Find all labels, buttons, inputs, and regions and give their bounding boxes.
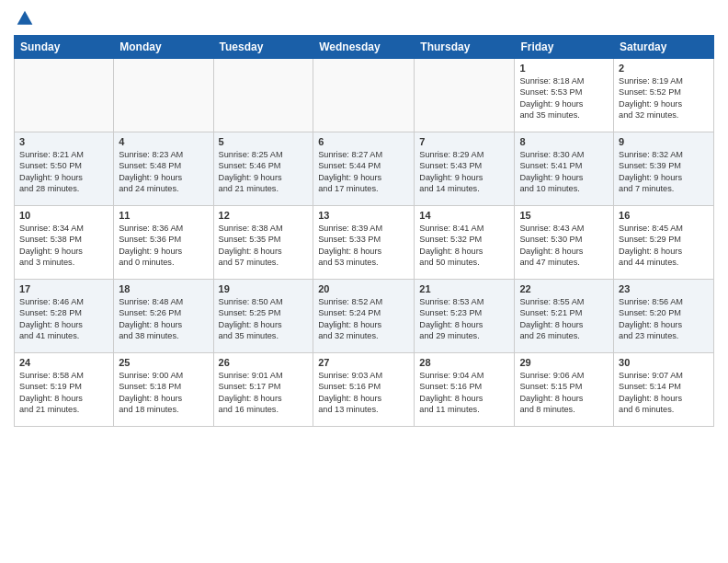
page-header bbox=[14, 9, 714, 28]
calendar-cell: 10Sunrise: 8:34 AM Sunset: 5:38 PM Dayli… bbox=[15, 206, 114, 280]
day-number: 12 bbox=[219, 210, 309, 221]
calendar-cell: 23Sunrise: 8:56 AM Sunset: 5:20 PM Dayli… bbox=[614, 280, 714, 353]
day-info: Sunrise: 8:19 AM Sunset: 5:52 PM Dayligh… bbox=[619, 75, 709, 121]
calendar-cell: 25Sunrise: 9:00 AM Sunset: 5:18 PM Dayli… bbox=[114, 353, 213, 427]
day-info: Sunrise: 8:56 AM Sunset: 5:20 PM Dayligh… bbox=[619, 296, 709, 342]
day-info: Sunrise: 8:23 AM Sunset: 5:48 PM Dayligh… bbox=[119, 149, 208, 195]
calendar-cell: 9Sunrise: 8:32 AM Sunset: 5:39 PM Daylig… bbox=[614, 132, 714, 206]
day-number: 19 bbox=[219, 283, 309, 294]
day-header-thursday: Thursday bbox=[415, 36, 515, 59]
day-info: Sunrise: 9:01 AM Sunset: 5:17 PM Dayligh… bbox=[219, 370, 309, 416]
calendar-cell: 4Sunrise: 8:23 AM Sunset: 5:48 PM Daylig… bbox=[114, 132, 213, 206]
day-number: 22 bbox=[519, 283, 609, 294]
calendar-week-2: 3Sunrise: 8:21 AM Sunset: 5:50 PM Daylig… bbox=[15, 132, 714, 206]
day-number: 14 bbox=[419, 210, 509, 221]
calendar-week-5: 24Sunrise: 8:58 AM Sunset: 5:19 PM Dayli… bbox=[15, 353, 714, 427]
day-number: 16 bbox=[619, 210, 709, 221]
day-info: Sunrise: 8:53 AM Sunset: 5:23 PM Dayligh… bbox=[419, 296, 509, 342]
calendar-cell bbox=[15, 59, 114, 132]
day-number: 8 bbox=[519, 136, 609, 147]
day-header-friday: Friday bbox=[515, 36, 614, 59]
calendar-cell: 22Sunrise: 8:55 AM Sunset: 5:21 PM Dayli… bbox=[515, 280, 614, 353]
calendar-cell: 5Sunrise: 8:25 AM Sunset: 5:46 PM Daylig… bbox=[213, 132, 313, 206]
day-number: 13 bbox=[318, 210, 409, 221]
day-info: Sunrise: 8:36 AM Sunset: 5:36 PM Dayligh… bbox=[119, 223, 208, 269]
day-info: Sunrise: 9:04 AM Sunset: 5:16 PM Dayligh… bbox=[419, 370, 509, 416]
day-number: 30 bbox=[619, 357, 709, 368]
calendar-cell: 15Sunrise: 8:43 AM Sunset: 5:30 PM Dayli… bbox=[515, 206, 614, 280]
calendar-cell: 18Sunrise: 8:48 AM Sunset: 5:26 PM Dayli… bbox=[114, 280, 213, 353]
calendar-cell: 28Sunrise: 9:04 AM Sunset: 5:16 PM Dayli… bbox=[415, 353, 515, 427]
calendar-cell bbox=[313, 59, 415, 132]
day-info: Sunrise: 8:41 AM Sunset: 5:32 PM Dayligh… bbox=[419, 223, 509, 269]
day-number: 9 bbox=[619, 136, 709, 147]
day-number: 15 bbox=[519, 210, 609, 221]
day-info: Sunrise: 9:07 AM Sunset: 5:14 PM Dayligh… bbox=[619, 370, 709, 416]
calendar-cell: 20Sunrise: 8:52 AM Sunset: 5:24 PM Dayli… bbox=[313, 280, 415, 353]
calendar-cell: 11Sunrise: 8:36 AM Sunset: 5:36 PM Dayli… bbox=[114, 206, 213, 280]
calendar-cell: 17Sunrise: 8:46 AM Sunset: 5:28 PM Dayli… bbox=[15, 280, 114, 353]
calendar-cell: 16Sunrise: 8:45 AM Sunset: 5:29 PM Dayli… bbox=[614, 206, 714, 280]
day-info: Sunrise: 8:21 AM Sunset: 5:50 PM Dayligh… bbox=[19, 149, 108, 195]
day-info: Sunrise: 8:45 AM Sunset: 5:29 PM Dayligh… bbox=[619, 223, 709, 269]
day-info: Sunrise: 8:43 AM Sunset: 5:30 PM Dayligh… bbox=[519, 223, 609, 269]
calendar-cell: 14Sunrise: 8:41 AM Sunset: 5:32 PM Dayli… bbox=[415, 206, 515, 280]
svg-marker-0 bbox=[17, 11, 33, 25]
day-number: 5 bbox=[219, 136, 309, 147]
day-number: 20 bbox=[318, 283, 409, 294]
day-number: 24 bbox=[19, 357, 108, 368]
day-number: 11 bbox=[119, 210, 208, 221]
day-info: Sunrise: 8:34 AM Sunset: 5:38 PM Dayligh… bbox=[19, 223, 108, 269]
day-number: 17 bbox=[19, 283, 108, 294]
day-header-saturday: Saturday bbox=[614, 36, 714, 59]
day-number: 21 bbox=[419, 283, 509, 294]
calendar-cell bbox=[415, 59, 515, 132]
day-info: Sunrise: 8:38 AM Sunset: 5:35 PM Dayligh… bbox=[219, 223, 309, 269]
day-info: Sunrise: 8:27 AM Sunset: 5:44 PM Dayligh… bbox=[318, 149, 409, 195]
calendar-cell: 13Sunrise: 8:39 AM Sunset: 5:33 PM Dayli… bbox=[313, 206, 415, 280]
day-number: 10 bbox=[19, 210, 108, 221]
day-info: Sunrise: 8:46 AM Sunset: 5:28 PM Dayligh… bbox=[19, 296, 108, 342]
calendar-table: SundayMondayTuesdayWednesdayThursdayFrid… bbox=[14, 35, 714, 427]
day-header-wednesday: Wednesday bbox=[313, 36, 415, 59]
day-info: Sunrise: 9:06 AM Sunset: 5:15 PM Dayligh… bbox=[519, 370, 609, 416]
calendar-cell: 29Sunrise: 9:06 AM Sunset: 5:15 PM Dayli… bbox=[515, 353, 614, 427]
day-info: Sunrise: 8:39 AM Sunset: 5:33 PM Dayligh… bbox=[318, 223, 409, 269]
day-header-sunday: Sunday bbox=[15, 36, 114, 59]
calendar-header-row: SundayMondayTuesdayWednesdayThursdayFrid… bbox=[15, 36, 714, 59]
calendar-cell: 21Sunrise: 8:53 AM Sunset: 5:23 PM Dayli… bbox=[415, 280, 515, 353]
day-number: 25 bbox=[119, 357, 208, 368]
calendar-cell bbox=[213, 59, 313, 132]
calendar-cell: 7Sunrise: 8:29 AM Sunset: 5:43 PM Daylig… bbox=[415, 132, 515, 206]
day-info: Sunrise: 8:50 AM Sunset: 5:25 PM Dayligh… bbox=[219, 296, 309, 342]
calendar-cell bbox=[114, 59, 213, 132]
logo-icon bbox=[16, 9, 34, 28]
calendar-cell: 1Sunrise: 8:18 AM Sunset: 5:53 PM Daylig… bbox=[515, 59, 614, 132]
day-number: 4 bbox=[119, 136, 208, 147]
calendar-cell: 3Sunrise: 8:21 AM Sunset: 5:50 PM Daylig… bbox=[15, 132, 114, 206]
logo bbox=[14, 9, 34, 28]
day-info: Sunrise: 8:58 AM Sunset: 5:19 PM Dayligh… bbox=[19, 370, 108, 416]
day-number: 7 bbox=[419, 136, 509, 147]
calendar-cell: 8Sunrise: 8:30 AM Sunset: 5:41 PM Daylig… bbox=[515, 132, 614, 206]
day-number: 1 bbox=[519, 63, 609, 74]
calendar-cell: 2Sunrise: 8:19 AM Sunset: 5:52 PM Daylig… bbox=[614, 59, 714, 132]
day-info: Sunrise: 9:03 AM Sunset: 5:16 PM Dayligh… bbox=[318, 370, 409, 416]
day-info: Sunrise: 8:48 AM Sunset: 5:26 PM Dayligh… bbox=[119, 296, 208, 342]
calendar-week-1: 1Sunrise: 8:18 AM Sunset: 5:53 PM Daylig… bbox=[15, 59, 714, 132]
day-number: 28 bbox=[419, 357, 509, 368]
calendar-cell: 6Sunrise: 8:27 AM Sunset: 5:44 PM Daylig… bbox=[313, 132, 415, 206]
calendar-cell: 19Sunrise: 8:50 AM Sunset: 5:25 PM Dayli… bbox=[213, 280, 313, 353]
day-info: Sunrise: 9:00 AM Sunset: 5:18 PM Dayligh… bbox=[119, 370, 208, 416]
calendar-cell: 30Sunrise: 9:07 AM Sunset: 5:14 PM Dayli… bbox=[614, 353, 714, 427]
day-number: 27 bbox=[318, 357, 409, 368]
day-info: Sunrise: 8:29 AM Sunset: 5:43 PM Dayligh… bbox=[419, 149, 509, 195]
day-number: 6 bbox=[318, 136, 409, 147]
calendar-cell: 26Sunrise: 9:01 AM Sunset: 5:17 PM Dayli… bbox=[213, 353, 313, 427]
day-info: Sunrise: 8:30 AM Sunset: 5:41 PM Dayligh… bbox=[519, 149, 609, 195]
day-number: 23 bbox=[619, 283, 709, 294]
calendar-cell: 24Sunrise: 8:58 AM Sunset: 5:19 PM Dayli… bbox=[15, 353, 114, 427]
day-info: Sunrise: 8:18 AM Sunset: 5:53 PM Dayligh… bbox=[519, 75, 609, 121]
day-number: 26 bbox=[219, 357, 309, 368]
day-number: 3 bbox=[19, 136, 108, 147]
